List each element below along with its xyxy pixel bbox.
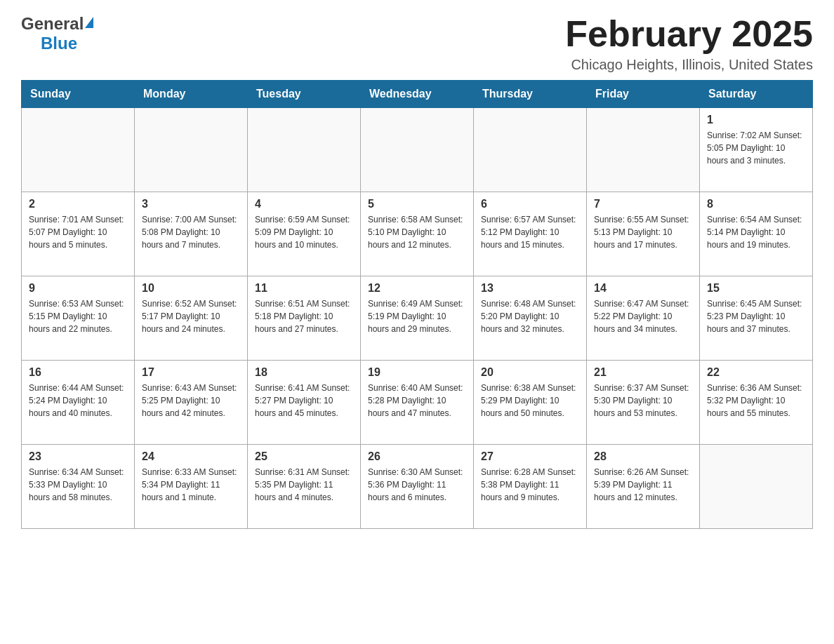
logo-blue-text: Blue [41, 34, 77, 53]
calendar-cell: 6Sunrise: 6:57 AM Sunset: 5:12 PM Daylig… [474, 192, 587, 276]
day-info: Sunrise: 6:37 AM Sunset: 5:30 PM Dayligh… [594, 382, 692, 420]
calendar-cell: 7Sunrise: 6:55 AM Sunset: 5:13 PM Daylig… [587, 192, 700, 276]
calendar-cell: 18Sunrise: 6:41 AM Sunset: 5:27 PM Dayli… [248, 361, 361, 445]
calendar-cell [474, 108, 587, 192]
page-header: General Blue February 2025 Chicago Heigh… [21, 14, 813, 73]
day-number: 10 [142, 282, 240, 295]
column-header-wednesday: Wednesday [361, 81, 474, 108]
calendar-cell: 3Sunrise: 7:00 AM Sunset: 5:08 PM Daylig… [135, 192, 248, 276]
day-number: 16 [29, 366, 127, 379]
day-info: Sunrise: 6:28 AM Sunset: 5:38 PM Dayligh… [481, 466, 579, 504]
day-number: 17 [142, 366, 240, 379]
day-info: Sunrise: 7:01 AM Sunset: 5:07 PM Dayligh… [29, 213, 127, 251]
calendar-table: SundayMondayTuesdayWednesdayThursdayFrid… [21, 80, 813, 529]
day-info: Sunrise: 6:31 AM Sunset: 5:35 PM Dayligh… [255, 466, 353, 504]
calendar-cell [700, 445, 813, 529]
calendar-cell: 15Sunrise: 6:45 AM Sunset: 5:23 PM Dayli… [700, 276, 813, 361]
column-header-sunday: Sunday [22, 81, 135, 108]
month-title: February 2025 [565, 14, 813, 54]
calendar-cell [135, 108, 248, 192]
day-number: 3 [142, 198, 240, 210]
calendar-cell: 8Sunrise: 6:54 AM Sunset: 5:14 PM Daylig… [700, 192, 813, 276]
calendar-cell: 4Sunrise: 6:59 AM Sunset: 5:09 PM Daylig… [248, 192, 361, 276]
calendar-cell: 2Sunrise: 7:01 AM Sunset: 5:07 PM Daylig… [22, 192, 135, 276]
day-number: 2 [29, 198, 127, 210]
calendar-cell: 23Sunrise: 6:34 AM Sunset: 5:33 PM Dayli… [22, 445, 135, 529]
column-header-monday: Monday [135, 81, 248, 108]
day-info: Sunrise: 6:41 AM Sunset: 5:27 PM Dayligh… [255, 382, 353, 420]
day-info: Sunrise: 6:30 AM Sunset: 5:36 PM Dayligh… [368, 466, 466, 504]
column-header-friday: Friday [587, 81, 700, 108]
day-number: 1 [707, 114, 805, 126]
calendar-cell: 25Sunrise: 6:31 AM Sunset: 5:35 PM Dayli… [248, 445, 361, 529]
calendar-cell: 9Sunrise: 6:53 AM Sunset: 5:15 PM Daylig… [22, 276, 135, 361]
calendar-cell [248, 108, 361, 192]
day-number: 4 [255, 198, 353, 210]
calendar-cell: 24Sunrise: 6:33 AM Sunset: 5:34 PM Dayli… [135, 445, 248, 529]
day-info: Sunrise: 6:26 AM Sunset: 5:39 PM Dayligh… [594, 466, 692, 504]
calendar-cell [587, 108, 700, 192]
day-number: 8 [707, 198, 805, 210]
day-number: 26 [368, 450, 466, 463]
calendar-cell: 26Sunrise: 6:30 AM Sunset: 5:36 PM Dayli… [361, 445, 474, 529]
calendar-cell [361, 108, 474, 192]
logo-general-text: General [21, 14, 84, 34]
day-number: 6 [481, 198, 579, 210]
day-info: Sunrise: 6:34 AM Sunset: 5:33 PM Dayligh… [29, 466, 127, 504]
day-info: Sunrise: 6:49 AM Sunset: 5:19 PM Dayligh… [368, 297, 466, 335]
day-info: Sunrise: 6:40 AM Sunset: 5:28 PM Dayligh… [368, 382, 466, 420]
location-text: Chicago Heights, Illinois, United States [565, 57, 813, 73]
column-header-thursday: Thursday [474, 81, 587, 108]
day-info: Sunrise: 6:51 AM Sunset: 5:18 PM Dayligh… [255, 297, 353, 335]
day-info: Sunrise: 6:52 AM Sunset: 5:17 PM Dayligh… [142, 297, 240, 335]
day-info: Sunrise: 6:38 AM Sunset: 5:29 PM Dayligh… [481, 382, 579, 420]
calendar-week-4: 16Sunrise: 6:44 AM Sunset: 5:24 PM Dayli… [22, 361, 813, 445]
calendar-cell: 28Sunrise: 6:26 AM Sunset: 5:39 PM Dayli… [587, 445, 700, 529]
day-number: 28 [594, 450, 692, 463]
calendar-week-5: 23Sunrise: 6:34 AM Sunset: 5:33 PM Dayli… [22, 445, 813, 529]
calendar-cell: 13Sunrise: 6:48 AM Sunset: 5:20 PM Dayli… [474, 276, 587, 361]
day-info: Sunrise: 7:00 AM Sunset: 5:08 PM Dayligh… [142, 213, 240, 251]
logo: General Blue [21, 14, 93, 53]
calendar-cell: 16Sunrise: 6:44 AM Sunset: 5:24 PM Dayli… [22, 361, 135, 445]
calendar-cell: 27Sunrise: 6:28 AM Sunset: 5:38 PM Dayli… [474, 445, 587, 529]
calendar-cell: 5Sunrise: 6:58 AM Sunset: 5:10 PM Daylig… [361, 192, 474, 276]
day-number: 18 [255, 366, 353, 379]
calendar-cell [22, 108, 135, 192]
calendar-cell: 22Sunrise: 6:36 AM Sunset: 5:32 PM Dayli… [700, 361, 813, 445]
calendar-week-1: 1Sunrise: 7:02 AM Sunset: 5:05 PM Daylig… [22, 108, 813, 192]
calendar-cell: 11Sunrise: 6:51 AM Sunset: 5:18 PM Dayli… [248, 276, 361, 361]
day-info: Sunrise: 7:02 AM Sunset: 5:05 PM Dayligh… [707, 129, 805, 167]
day-number: 13 [481, 282, 579, 295]
column-header-tuesday: Tuesday [248, 81, 361, 108]
day-info: Sunrise: 6:59 AM Sunset: 5:09 PM Dayligh… [255, 213, 353, 251]
calendar-header-row: SundayMondayTuesdayWednesdayThursdayFrid… [22, 81, 813, 108]
day-number: 11 [255, 282, 353, 295]
calendar-cell: 1Sunrise: 7:02 AM Sunset: 5:05 PM Daylig… [700, 108, 813, 192]
calendar-cell: 20Sunrise: 6:38 AM Sunset: 5:29 PM Dayli… [474, 361, 587, 445]
calendar-cell: 12Sunrise: 6:49 AM Sunset: 5:19 PM Dayli… [361, 276, 474, 361]
day-info: Sunrise: 6:53 AM Sunset: 5:15 PM Dayligh… [29, 297, 127, 335]
day-number: 24 [142, 450, 240, 463]
calendar-cell: 19Sunrise: 6:40 AM Sunset: 5:28 PM Dayli… [361, 361, 474, 445]
calendar-week-2: 2Sunrise: 7:01 AM Sunset: 5:07 PM Daylig… [22, 192, 813, 276]
day-number: 14 [594, 282, 692, 295]
day-number: 25 [255, 450, 353, 463]
calendar-cell: 14Sunrise: 6:47 AM Sunset: 5:22 PM Dayli… [587, 276, 700, 361]
day-number: 21 [594, 366, 692, 379]
day-number: 5 [368, 198, 466, 210]
day-number: 22 [707, 366, 805, 379]
day-number: 7 [594, 198, 692, 210]
day-info: Sunrise: 6:58 AM Sunset: 5:10 PM Dayligh… [368, 213, 466, 251]
day-number: 23 [29, 450, 127, 463]
calendar-cell: 10Sunrise: 6:52 AM Sunset: 5:17 PM Dayli… [135, 276, 248, 361]
day-info: Sunrise: 6:54 AM Sunset: 5:14 PM Dayligh… [707, 213, 805, 251]
day-number: 15 [707, 282, 805, 295]
day-info: Sunrise: 6:55 AM Sunset: 5:13 PM Dayligh… [594, 213, 692, 251]
day-info: Sunrise: 6:48 AM Sunset: 5:20 PM Dayligh… [481, 297, 579, 335]
calendar-week-3: 9Sunrise: 6:53 AM Sunset: 5:15 PM Daylig… [22, 276, 813, 361]
title-section: February 2025 Chicago Heights, Illinois,… [565, 14, 813, 73]
day-info: Sunrise: 6:36 AM Sunset: 5:32 PM Dayligh… [707, 382, 805, 420]
day-info: Sunrise: 6:33 AM Sunset: 5:34 PM Dayligh… [142, 466, 240, 504]
day-info: Sunrise: 6:47 AM Sunset: 5:22 PM Dayligh… [594, 297, 692, 335]
